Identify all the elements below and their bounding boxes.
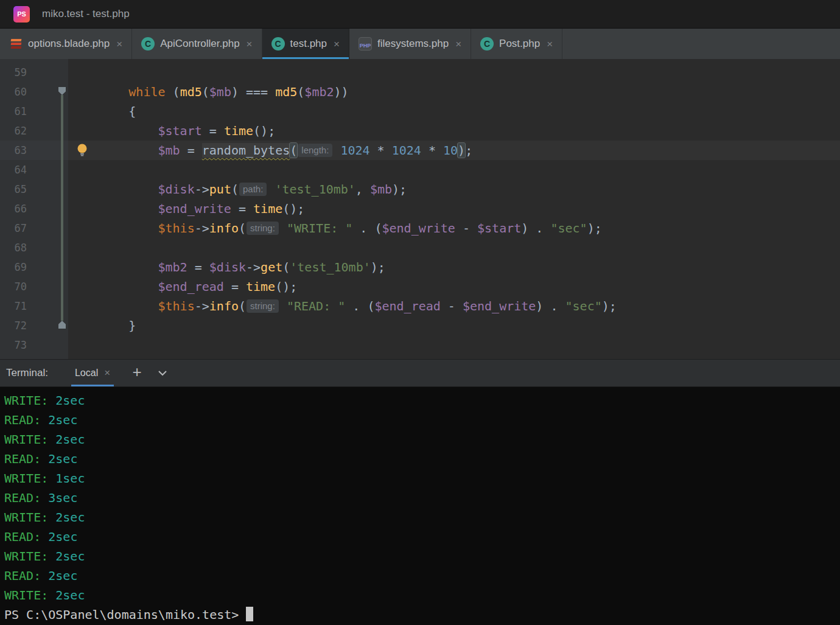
line-number[interactable]: 73 [0, 335, 27, 355]
terminal-line: READ: 2sec [4, 566, 840, 585]
gutter[interactable]: 72 [0, 316, 68, 335]
terminal-label: Terminal: [6, 367, 48, 379]
terminal-panel[interactable]: WRITE: 2secREAD: 2secWRITE: 2secREAD: 2s… [0, 387, 840, 625]
line-number[interactable]: 62 [0, 121, 27, 141]
line-number[interactable]: 71 [0, 296, 27, 316]
gutter[interactable]: 62 [0, 121, 68, 141]
code-text[interactable] [68, 160, 840, 180]
code-line-62[interactable]: 62 $start = time(); [0, 121, 840, 141]
terminal-line: READ: 2sec [4, 527, 840, 546]
gutter[interactable]: 59 [0, 63, 68, 82]
parameter-hint: string: [247, 299, 279, 313]
gutter[interactable]: 65 [0, 180, 68, 199]
code-line-66[interactable]: 66 $end_write = time(); [0, 199, 840, 218]
code-line-65[interactable]: 65 $disk->put(path: 'test_10mb', $mb); [0, 180, 840, 199]
class-file-icon: C [271, 37, 285, 51]
phpstorm-logo: PS [13, 6, 30, 23]
gutter[interactable]: 70 [0, 277, 68, 296]
code-line-72[interactable]: 72 } [0, 316, 840, 335]
intention-bulb-icon[interactable] [76, 143, 88, 156]
code-text[interactable]: } [68, 316, 840, 335]
tab-options-blade-php[interactable]: options.blade.php× [0, 29, 132, 59]
terminal-prompt-line[interactable]: PS C:\OSPanel\domains\miko.test> [4, 605, 840, 624]
gutter[interactable]: 66 [0, 199, 68, 218]
code-text[interactable]: $disk->put(path: 'test_10mb', $mb); [68, 180, 840, 199]
code-text[interactable] [68, 335, 840, 355]
tab-close-icon[interactable]: × [247, 39, 253, 49]
line-number[interactable]: 70 [0, 277, 27, 296]
code-line-63[interactable]: 63 $mb = random_bytes(length: 1024 * 102… [0, 141, 840, 160]
code-line-61[interactable]: 61 { [0, 102, 840, 121]
chevron-down-icon[interactable] [154, 365, 171, 382]
line-number[interactable]: 61 [0, 102, 27, 121]
tab-close-icon[interactable]: × [547, 39, 553, 49]
gutter[interactable]: 71 [0, 296, 68, 316]
gutter[interactable]: 61 [0, 102, 68, 121]
close-icon[interactable]: × [104, 367, 110, 379]
terminal-tab-local[interactable]: Local × [71, 360, 114, 386]
code-text[interactable] [68, 63, 840, 82]
code-text[interactable]: $mb = random_bytes(length: 1024 * 1024 *… [68, 141, 840, 160]
gutter[interactable]: 73 [0, 335, 68, 355]
gutter[interactable]: 64 [0, 160, 68, 180]
code-text[interactable]: $end_write = time(); [68, 199, 840, 218]
line-number[interactable]: 59 [0, 63, 27, 82]
code-text[interactable]: $this->info(string: "WRITE: " . ($end_wr… [68, 218, 840, 238]
code-line-59[interactable]: 59 [0, 63, 840, 82]
gutter[interactable]: 63 [0, 141, 68, 160]
phpstorm-logo-text: PS [17, 10, 26, 18]
tab-post-php[interactable]: CPost.php× [471, 29, 562, 59]
tab-close-icon[interactable]: × [455, 39, 461, 49]
line-number[interactable]: 66 [0, 199, 27, 218]
tab-test-php[interactable]: Ctest.php× [262, 29, 349, 59]
line-number[interactable]: 67 [0, 218, 27, 238]
php-file-icon: PHP [359, 37, 372, 51]
gutter[interactable]: 67 [0, 218, 68, 238]
title-bar: PS miko.test - test.php [0, 0, 840, 29]
terminal-line: READ: 2sec [4, 410, 840, 430]
code-editor[interactable]: 5960 while (md5($mb) === md5($mb2))61 {6… [0, 59, 840, 359]
code-text[interactable]: $mb2 = $disk->get('test_10mb'); [68, 257, 840, 277]
tab-close-icon[interactable]: × [116, 39, 122, 49]
code-line-64[interactable]: 64 [0, 160, 840, 180]
code-line-71[interactable]: 71 $this->info(string: "READ: " . ($end_… [0, 296, 840, 316]
line-number[interactable]: 63 [0, 141, 27, 160]
tab-filesystems-php[interactable]: PHPfilesystems.php× [349, 29, 471, 59]
line-number[interactable]: 64 [0, 160, 27, 180]
code-line-70[interactable]: 70 $end_read = time(); [0, 277, 840, 296]
phpstorm-window: PS miko.test - test.php options.blade.ph… [0, 0, 840, 625]
terminal-line: WRITE: 2sec [4, 430, 840, 449]
terminal-line: WRITE: 2sec [4, 585, 840, 605]
line-number[interactable]: 69 [0, 257, 27, 277]
terminal-line: READ: 2sec [4, 449, 840, 469]
line-number[interactable]: 72 [0, 316, 27, 335]
line-number[interactable]: 60 [0, 82, 27, 102]
code-line-67[interactable]: 67 $this->info(string: "WRITE: " . ($end… [0, 218, 840, 238]
code-text[interactable]: { [68, 102, 840, 121]
window-title: miko.test - test.php [42, 8, 130, 20]
line-number[interactable]: 68 [0, 238, 27, 257]
new-terminal-session-icon[interactable]: + [128, 365, 145, 382]
gutter[interactable]: 68 [0, 238, 68, 257]
terminal-output: WRITE: 2secREAD: 2secWRITE: 2secREAD: 2s… [4, 391, 840, 605]
editor-tab-bar: options.blade.php×CApiController.php×Cte… [0, 29, 840, 59]
tab-close-icon[interactable]: × [334, 39, 340, 49]
code-line-73[interactable]: 73 [0, 335, 840, 355]
code-line-68[interactable]: 68 [0, 238, 840, 257]
code-text[interactable]: $this->info(string: "READ: " . ($end_rea… [68, 296, 840, 316]
code-line-60[interactable]: 60 while (md5($mb) === md5($mb2)) [0, 82, 840, 102]
terminal-line: WRITE: 2sec [4, 391, 840, 410]
tab-label: test.php [290, 38, 327, 50]
code-text[interactable]: $start = time(); [68, 121, 840, 141]
terminal-tab-label: Local [75, 368, 98, 379]
tab-apicontroller-php[interactable]: CApiController.php× [132, 29, 262, 59]
terminal-toolbar: Terminal: Local × + [0, 359, 840, 387]
line-number[interactable]: 65 [0, 180, 27, 199]
terminal-prompt: PS C:\OSPanel\domains\miko.test> [4, 607, 239, 622]
code-text[interactable]: while (md5($mb) === md5($mb2)) [68, 82, 840, 102]
code-text[interactable] [68, 238, 840, 257]
code-line-69[interactable]: 69 $mb2 = $disk->get('test_10mb'); [0, 257, 840, 277]
gutter[interactable]: 69 [0, 257, 68, 277]
code-text[interactable]: $end_read = time(); [68, 277, 840, 296]
gutter[interactable]: 60 [0, 82, 68, 102]
